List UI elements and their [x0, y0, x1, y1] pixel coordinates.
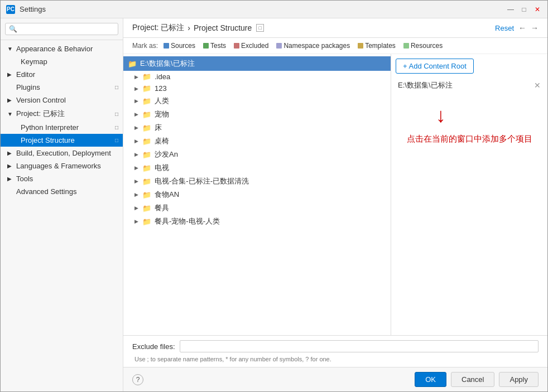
- sidebar-item-editor[interactable]: ▶ Editor: [1, 68, 123, 81]
- sidebar-item-version-control[interactable]: ▶ Version Control: [1, 94, 123, 107]
- help-button[interactable]: ?: [132, 374, 143, 385]
- main-content: ▼ Appearance & Behavior Keymap ▶ Editor …: [1, 18, 547, 391]
- resources-color-dot: [403, 43, 409, 49]
- sidebar-item-build-execution[interactable]: ▶ Build, Execution, Deployment: [1, 147, 123, 159]
- mark-type-tests[interactable]: Tests: [201, 41, 228, 50]
- arrow-icon: ▶: [134, 192, 140, 197]
- folder-icon: 📁: [142, 124, 151, 132]
- sidebar-item-label: Appearance & Behavior: [16, 45, 93, 53]
- folder-icon: 📁: [142, 110, 151, 119]
- mark-type-sources[interactable]: Sources: [161, 41, 198, 50]
- badge-icon: □: [115, 124, 118, 130]
- search-input[interactable]: [5, 23, 118, 35]
- sidebar-item-label: Build, Execution, Deployment: [16, 149, 111, 157]
- file-item-yizi[interactable]: ▶ 📁 桌椅: [123, 134, 391, 148]
- mark-type-namespace[interactable]: Namespace packages: [274, 41, 352, 50]
- right-panel: Project: 已标注 › Project Structure □ Reset…: [123, 18, 547, 391]
- file-item-label: 电视: [155, 163, 169, 173]
- cancel-button[interactable]: Cancel: [451, 372, 494, 387]
- file-item-chongwu[interactable]: ▶ 📁 宠物: [123, 108, 391, 121]
- mark-as-label: Mark as:: [132, 42, 158, 50]
- breadcrumb-project: Project: 已标注: [132, 23, 184, 33]
- file-item-canju-mixed[interactable]: ▶ 📁 餐具-宠物-电视-人类: [123, 215, 391, 228]
- excluded-label: Excluded: [241, 42, 268, 50]
- mark-type-excluded[interactable]: Excluded: [232, 41, 271, 50]
- arrow-icon: ▶: [134, 219, 140, 224]
- minimize-button[interactable]: —: [506, 5, 515, 14]
- root-path-text: E:\数据集\已标注: [398, 80, 534, 90]
- arrow-icon: ▶: [7, 71, 14, 78]
- file-item-shafa[interactable]: ▶ 📁 沙发An: [123, 148, 391, 161]
- annotation-text: 点击在当前的窗口中添加多个项目: [391, 132, 547, 147]
- sidebar-item-tools[interactable]: ▶ Tools: [1, 172, 123, 185]
- content-root-item: E:\数据集\已标注 ✕: [391, 78, 547, 93]
- content-roots-panel: + Add Content Root E:\数据集\已标注 ✕ ↓ 点击在当前的…: [391, 54, 547, 335]
- file-item-dianshi[interactable]: ▶ 📁 电视: [123, 161, 391, 175]
- folder-icon: 📁: [142, 97, 151, 105]
- dialog-footer: ? OK Cancel Apply: [123, 367, 547, 391]
- arrow-icon: ▶: [134, 112, 140, 117]
- sidebar-item-appearance-behavior[interactable]: ▼ Appearance & Behavior: [1, 42, 123, 55]
- file-item-label: 沙发An: [155, 149, 178, 159]
- reset-button[interactable]: Reset: [495, 23, 514, 32]
- sidebar-item-languages-frameworks[interactable]: ▶ Languages & Frameworks: [1, 159, 123, 172]
- sidebar-item-advanced-settings[interactable]: Advanced Settings: [1, 185, 123, 198]
- namespace-color-dot: [276, 43, 282, 49]
- tests-color-dot: [203, 43, 209, 49]
- mark-type-resources[interactable]: Resources: [401, 41, 445, 50]
- ok-button[interactable]: OK: [415, 372, 446, 387]
- maximize-button[interactable]: □: [520, 5, 528, 14]
- file-item-shiwu[interactable]: ▶ 📁 食物AN: [123, 188, 391, 201]
- sidebar-item-project[interactable]: ▼ Project: 已标注 □: [1, 107, 123, 121]
- file-item-dianshi-heji[interactable]: ▶ 📁 电视-合集-已标注-已数据清洗: [123, 175, 391, 188]
- sidebar-item-python-interpreter[interactable]: Python Interpreter □: [1, 121, 123, 134]
- panel-header: Project: 已标注 › Project Structure □ Reset…: [123, 18, 547, 38]
- folder-icon: 📁: [128, 60, 137, 68]
- arrow-icon: ▶: [134, 125, 140, 130]
- nav-forward-button[interactable]: →: [531, 23, 539, 32]
- exclude-hint: Use ; to separate name patterns, * for a…: [132, 356, 539, 362]
- sources-color-dot: [164, 43, 169, 49]
- badge-icon: □: [115, 111, 118, 117]
- exclude-label: Exclude files:: [132, 342, 175, 351]
- arrow-icon: ▶: [134, 165, 140, 171]
- panel-body: 📁 E:\数据集\已标注 ▶ 📁 .idea ▶ 📁 123 ▶: [123, 54, 547, 335]
- sidebar-item-label: Keymap: [21, 57, 47, 66]
- folder-icon: 📁: [142, 72, 151, 81]
- arrow-icon: ▶: [7, 163, 14, 169]
- window-title: Settings: [20, 5, 506, 13]
- file-item-canju[interactable]: ▶ 📁 餐具: [123, 201, 391, 215]
- exclude-input[interactable]: [180, 340, 539, 352]
- nav-back-button[interactable]: ←: [518, 23, 526, 32]
- breadcrumb-badge: □: [256, 24, 264, 32]
- file-item-chuang[interactable]: ▶ 📁 床: [123, 121, 391, 134]
- sidebar: ▼ Appearance & Behavior Keymap ▶ Editor …: [1, 18, 123, 391]
- remove-root-button[interactable]: ✕: [534, 81, 541, 90]
- apply-button[interactable]: Apply: [499, 372, 539, 387]
- sidebar-item-keymap[interactable]: Keymap: [1, 55, 123, 68]
- file-item-123[interactable]: ▶ 📁 123: [123, 83, 391, 94]
- file-item-label: 餐具: [155, 203, 169, 213]
- file-item-idea[interactable]: ▶ 📁 .idea: [123, 71, 391, 83]
- add-content-root-button[interactable]: + Add Content Root: [396, 59, 474, 74]
- breadcrumb: Project: 已标注 › Project Structure □: [132, 23, 495, 33]
- folder-icon: 📁: [142, 204, 151, 212]
- tests-label: Tests: [210, 42, 226, 50]
- sidebar-item-project-structure[interactable]: Project Structure □: [1, 134, 123, 147]
- arrow-icon: ▶: [7, 97, 14, 103]
- resources-label: Resources: [411, 42, 443, 50]
- arrow-icon: ▼: [7, 111, 14, 117]
- sources-label: Sources: [171, 42, 195, 50]
- folder-icon: 📁: [142, 217, 151, 226]
- sidebar-item-label: Project Structure: [21, 136, 75, 144]
- close-button[interactable]: ✕: [533, 5, 542, 14]
- file-item-label: 床: [155, 123, 162, 133]
- mark-type-templates[interactable]: Templates: [355, 41, 398, 50]
- sidebar-item-label: Advanced Settings: [16, 187, 76, 196]
- sidebar-item-plugins[interactable]: Plugins □: [1, 81, 123, 94]
- sidebar-item-label: Languages & Frameworks: [16, 162, 101, 170]
- file-tree-header: 📁 E:\数据集\已标注: [123, 56, 391, 71]
- folder-icon: 📁: [142, 84, 151, 93]
- arrow-icon: ▶: [134, 138, 140, 144]
- file-item-renlei[interactable]: ▶ 📁 人类: [123, 94, 391, 108]
